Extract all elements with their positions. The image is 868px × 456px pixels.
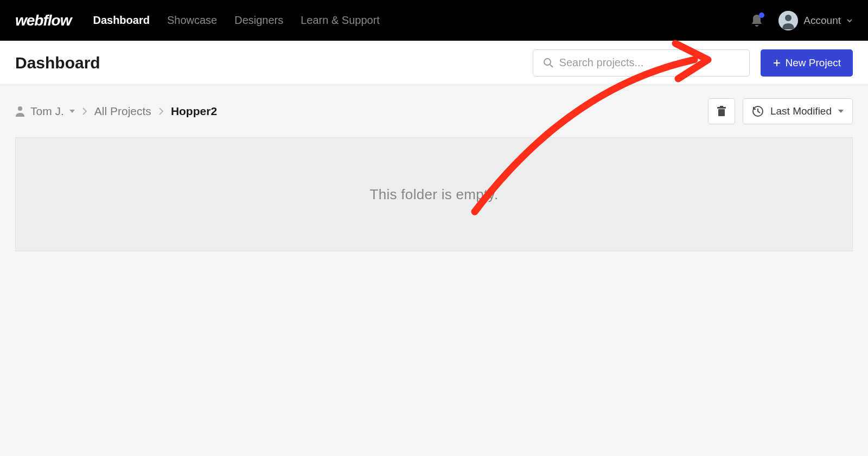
nav-dashboard[interactable]: Dashboard bbox=[93, 14, 149, 27]
svg-line-3 bbox=[550, 65, 553, 67]
delete-button[interactable] bbox=[708, 98, 735, 124]
plus-icon bbox=[773, 59, 781, 67]
chevron-right-icon bbox=[159, 107, 163, 115]
search-box[interactable] bbox=[533, 49, 750, 77]
caret-down-icon bbox=[838, 110, 844, 113]
new-project-button[interactable]: New Project bbox=[761, 49, 853, 77]
nav-right: Account bbox=[750, 11, 853, 30]
sort-button[interactable]: Last Modified bbox=[743, 98, 853, 124]
svg-rect-8 bbox=[717, 107, 726, 109]
caret-down-icon bbox=[69, 110, 75, 113]
nav-designers[interactable]: Designers bbox=[234, 14, 283, 27]
toolbar: Tom J. All Projects Hopper2 bbox=[15, 98, 853, 124]
breadcrumb: Tom J. All Projects Hopper2 bbox=[15, 105, 708, 118]
page-title: Dashboard bbox=[15, 54, 522, 72]
breadcrumb-item-label: All Projects bbox=[94, 105, 151, 118]
svg-point-1 bbox=[785, 15, 792, 21]
nav-links: Dashboard Showcase Designers Learn & Sup… bbox=[93, 14, 750, 27]
notification-dot bbox=[759, 12, 764, 18]
breadcrumb-user[interactable]: Tom J. bbox=[15, 105, 75, 118]
trash-icon bbox=[717, 106, 726, 117]
subheader: Dashboard New Project bbox=[0, 41, 868, 85]
search-icon bbox=[543, 58, 554, 68]
nav-showcase[interactable]: Showcase bbox=[167, 14, 217, 27]
breadcrumb-item-label: Hopper2 bbox=[171, 105, 217, 118]
chevron-right-icon bbox=[82, 107, 87, 115]
content: Tom J. All Projects Hopper2 bbox=[0, 85, 868, 264]
account-label: Account bbox=[803, 15, 841, 27]
account-menu[interactable]: Account bbox=[778, 11, 853, 30]
empty-message: This folder is empty. bbox=[370, 186, 499, 203]
top-nav: webflow Dashboard Showcase Designers Lea… bbox=[0, 0, 868, 41]
person-icon bbox=[15, 106, 25, 117]
brand-logo[interactable]: webflow bbox=[15, 12, 71, 29]
toolbar-right: Last Modified bbox=[708, 98, 853, 124]
sort-label: Last Modified bbox=[770, 105, 832, 117]
search-input[interactable] bbox=[559, 56, 739, 69]
new-project-label: New Project bbox=[786, 57, 841, 69]
notifications-button[interactable] bbox=[750, 14, 763, 28]
svg-point-2 bbox=[544, 59, 551, 65]
svg-point-6 bbox=[18, 106, 22, 111]
breadcrumb-current: Hopper2 bbox=[171, 105, 217, 118]
empty-folder-panel: This folder is empty. bbox=[15, 137, 853, 251]
breadcrumb-all-projects[interactable]: All Projects bbox=[94, 105, 151, 118]
breadcrumb-user-label: Tom J. bbox=[30, 105, 64, 118]
avatar bbox=[778, 11, 798, 30]
svg-rect-7 bbox=[718, 109, 725, 116]
svg-rect-9 bbox=[720, 106, 723, 107]
chevron-down-icon bbox=[846, 18, 853, 23]
clock-sort-icon bbox=[752, 105, 764, 117]
nav-learn-support[interactable]: Learn & Support bbox=[301, 14, 380, 27]
